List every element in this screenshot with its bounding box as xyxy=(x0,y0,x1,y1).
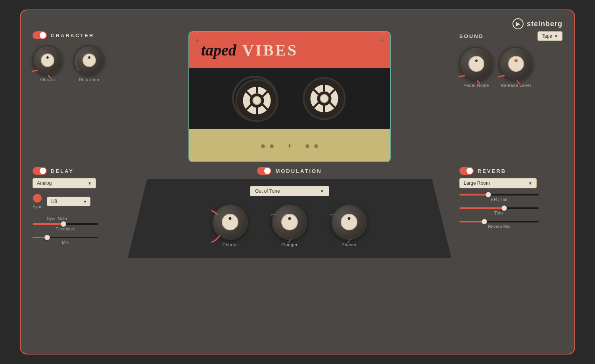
reverb-title: REVERB xyxy=(478,168,506,174)
phaser-knob[interactable] xyxy=(331,204,367,240)
flanger-knob-dot xyxy=(288,217,291,220)
cassette-dot-1 xyxy=(261,144,265,148)
logo-icon: ▶ xyxy=(512,18,524,29)
sync-note-label: Sync Note xyxy=(47,216,67,221)
cassette-title-vibes: VIBES xyxy=(242,41,298,59)
steinberg-logo: ▶ steinberg xyxy=(512,18,562,29)
modulation-bg: Out of Tune ▼ xyxy=(128,179,451,258)
feedback-slider-fill xyxy=(33,223,62,225)
mix-slider-track[interactable] xyxy=(33,237,98,238)
brand-name: steinberg xyxy=(527,20,562,28)
reel-right xyxy=(301,76,347,121)
modulation-type-arrow: ▼ xyxy=(320,189,324,193)
reverb-type-value: Large Room xyxy=(464,180,526,186)
release-level-knob-container: Release Level xyxy=(499,47,533,88)
corner-plus-tr: + xyxy=(380,36,384,44)
reverb-type-arrow: ▼ xyxy=(528,181,532,186)
delay-type-arrow: ▼ xyxy=(88,181,92,186)
reverb-mix-slider-fill xyxy=(459,221,483,222)
sound-section: SOUND Tape ▼ Pedal Noise xyxy=(459,31,562,88)
plugin-container: ▶ steinberg CHARACTER xyxy=(20,10,575,354)
feedback-label: Feedback xyxy=(33,226,98,231)
phaser-knob-inner xyxy=(341,214,357,230)
sync-note-arrow: ▼ xyxy=(83,199,87,204)
modulation-type-dropdown[interactable]: Out of Tune ▼ xyxy=(250,186,329,196)
modulation-toggle[interactable] xyxy=(257,167,271,175)
cassette-dots-right xyxy=(305,144,318,148)
sound-title: SOUND xyxy=(459,33,484,39)
er-tail-slider-container: ER / Tail xyxy=(459,194,562,202)
vibrato-label: Vibrato xyxy=(40,77,55,82)
vibrato-knob-dot xyxy=(46,56,49,59)
chorus-knob-dot xyxy=(228,216,232,220)
modulation-type-value: Out of Tune xyxy=(255,188,280,194)
sync-note-label-container: Sync Note xyxy=(33,215,120,222)
cassette-dots-left xyxy=(261,144,274,148)
distortion-knob[interactable] xyxy=(74,45,104,75)
time-slider-track[interactable] xyxy=(459,207,539,209)
sync-button[interactable] xyxy=(33,194,42,203)
distortion-knob-container: Distortion xyxy=(74,45,104,82)
reverb-mix-label: Reverb Mix xyxy=(459,224,539,229)
distortion-label: Distortion xyxy=(79,77,99,82)
sync-note-value: 1/8 xyxy=(50,199,81,204)
svg-point-19 xyxy=(321,95,328,103)
reverb-type-dropdown[interactable]: Large Room ▼ xyxy=(459,178,537,188)
character-toggle[interactable] xyxy=(33,31,47,39)
chorus-knob-inner xyxy=(222,214,238,230)
reverb-toggle[interactable] xyxy=(459,167,474,175)
phaser-knob-container: Phaser xyxy=(331,204,367,247)
corner-plus-tl: + xyxy=(195,36,200,44)
cassette-dot-2 xyxy=(270,144,274,148)
vibrato-knob[interactable] xyxy=(33,45,62,75)
chorus-knob[interactable] xyxy=(212,204,248,240)
time-slider-fill xyxy=(459,207,503,209)
sound-dropdown[interactable]: Tape ▼ xyxy=(537,31,562,41)
flanger-knob[interactable] xyxy=(272,204,307,240)
vibrato-knob-container: Vibrato xyxy=(33,45,62,82)
character-section: CHARACTER Vibrato xyxy=(33,31,120,82)
mix-slider-thumb[interactable] xyxy=(44,235,50,240)
delay-toggle[interactable] xyxy=(33,167,47,175)
er-tail-slider-thumb[interactable] xyxy=(486,192,491,197)
phaser-knob-dot xyxy=(348,217,351,220)
release-level-knob[interactable] xyxy=(499,47,533,80)
vibrato-knob-inner xyxy=(41,54,54,67)
cassette-title-taped: taped xyxy=(201,41,236,59)
delay-section: DELAY Analog ▼ Sync 1/8 ▼ Sync Note xyxy=(33,167,120,245)
pedal-noise-knob[interactable] xyxy=(459,47,493,80)
reverb-mix-slider-track[interactable] xyxy=(459,221,539,222)
er-tail-slider-track[interactable] xyxy=(459,194,539,195)
time-slider-thumb[interactable] xyxy=(501,205,507,211)
er-tail-slider-fill xyxy=(459,194,487,195)
flanger-knob-container: Flanger xyxy=(272,204,307,247)
svg-point-9 xyxy=(253,97,261,105)
feedback-slider-thumb[interactable] xyxy=(61,221,66,227)
reel-left xyxy=(232,76,278,121)
flanger-knob-inner xyxy=(281,214,298,230)
reverb-mix-slider-container: Reverb Mix xyxy=(459,221,562,229)
release-level-dot xyxy=(514,59,518,62)
mix-label: Mix xyxy=(33,240,98,245)
modulation-knobs-row: Chorus Flanger xyxy=(212,204,367,247)
cassette-dot-3 xyxy=(305,144,309,148)
sync-note-dropdown[interactable]: 1/8 ▼ xyxy=(47,197,90,206)
cassette-center-plus: + xyxy=(287,142,292,151)
cassette-area: + + + + taped VIBES xyxy=(128,31,451,162)
distortion-knob-dot xyxy=(87,56,90,59)
reverb-mix-slider-thumb[interactable] xyxy=(482,219,487,224)
character-title: CHARACTER xyxy=(51,33,94,38)
delay-type-dropdown[interactable]: Analog ▼ xyxy=(33,178,96,188)
pedal-noise-knob-container: Pedal Noise xyxy=(459,47,493,88)
modulation-title: MODULATION xyxy=(275,168,322,174)
time-label: Time xyxy=(459,211,539,215)
sync-button-container: Sync xyxy=(33,194,42,209)
feedback-slider-track[interactable] xyxy=(33,223,98,225)
time-slider-container: Time xyxy=(459,207,562,215)
delay-title: DELAY xyxy=(51,168,74,174)
delay-type-value: Analog xyxy=(37,180,86,186)
mix-slider-container: Mix xyxy=(33,237,120,245)
reverb-section: REVERB Large Room ▼ ER / Tail xyxy=(459,167,562,229)
pedal-noise-inner xyxy=(468,56,484,72)
sync-label: Sync xyxy=(33,204,42,209)
